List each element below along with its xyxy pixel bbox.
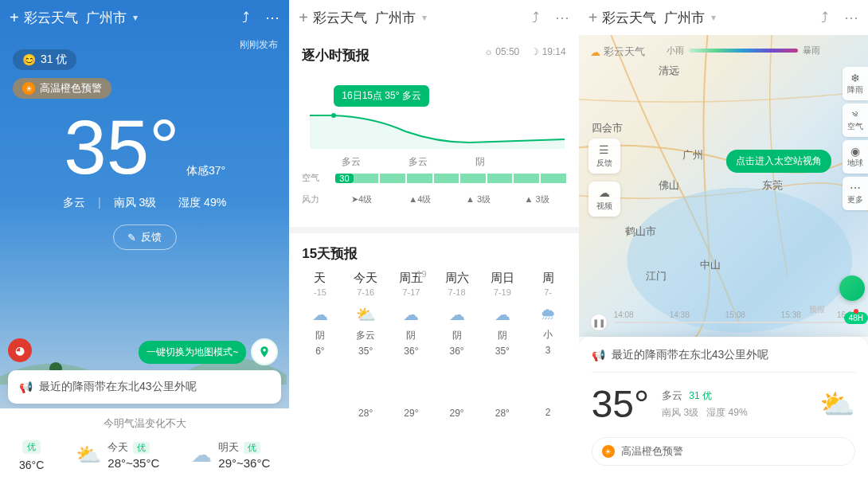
badge-area: 😊 31 优 ☀ 高温橙色预警 bbox=[0, 49, 289, 99]
day-condition: 小 bbox=[525, 328, 570, 342]
map-side-tool-反馈[interactable]: ☰反馈 bbox=[588, 139, 620, 174]
day-label: 周日 bbox=[479, 271, 525, 286]
air-quality-row: 空气 30 bbox=[302, 172, 565, 184]
more-icon[interactable]: ⋯ bbox=[265, 9, 280, 26]
sun-warn-icon: ☀ bbox=[22, 82, 35, 95]
day-label: 周五 bbox=[389, 271, 434, 286]
sheet-temperature: 35° bbox=[592, 382, 650, 426]
map-city-label[interactable]: 鹤山市 bbox=[625, 225, 656, 239]
city-name[interactable]: 广州市 bbox=[86, 9, 127, 27]
map-area[interactable]: ☁ 彩云天气 小雨 暴雨 ❄降雨༄空气◉地球⋯更多 ☰反馈☁视频 点击进入太空站… bbox=[579, 35, 868, 337]
feedback-button[interactable]: ✎ 反馈 bbox=[113, 225, 177, 250]
day-date: 7-18 bbox=[434, 287, 479, 297]
day-low: 28° bbox=[479, 408, 525, 419]
map-pin-icon[interactable] bbox=[251, 338, 278, 365]
tool-icon: ☰ bbox=[590, 143, 619, 156]
alert-dot-icon bbox=[854, 309, 858, 314]
map-city-label[interactable]: 清远 bbox=[659, 64, 679, 78]
timeline-time: 15:38 bbox=[781, 310, 801, 319]
city-name[interactable]: 广州市 bbox=[375, 9, 416, 27]
weather-icon: ☁ bbox=[434, 305, 479, 324]
app-title: 彩云天气 bbox=[602, 9, 656, 27]
city-name[interactable]: 广州市 bbox=[664, 9, 705, 27]
15day-forecast-section: 15天预报 19 天 -15 ☁ 阴 6° 今天 7-16 ⛅ 多云 35° 2… bbox=[289, 233, 578, 419]
tool-icon: ༄ bbox=[844, 108, 866, 121]
map-city-label[interactable]: 江门 bbox=[646, 269, 667, 283]
rain-notice: 📢 最近的降雨带在东北43公里外呢 bbox=[592, 348, 855, 373]
tool-icon: ☁ bbox=[590, 186, 619, 199]
peak-label: 19 bbox=[416, 269, 426, 279]
map-city-label[interactable]: 中山 bbox=[700, 258, 721, 272]
location-icon: ▾ bbox=[133, 12, 138, 23]
day-label: 今天 bbox=[343, 271, 389, 286]
share-icon[interactable]: ⤴ bbox=[532, 10, 539, 26]
add-city-icon[interactable]: + bbox=[588, 9, 598, 27]
forecast-day-col[interactable]: 今天 7-16 ⛅ 多云 35° 28° bbox=[343, 271, 389, 419]
forecast-day-col[interactable]: 周五 7-17 ☁ 阴 36° 29° bbox=[389, 271, 434, 419]
forecast-day-col[interactable]: 周六 7-18 ☁ 阴 36° 29° bbox=[434, 271, 479, 419]
map-tool-空气[interactable]: ༄空气 bbox=[843, 103, 868, 137]
feels-like: 体感37° bbox=[186, 164, 225, 178]
add-city-icon[interactable]: + bbox=[299, 9, 308, 27]
map-city-label[interactable]: 东莞 bbox=[762, 178, 783, 193]
space-station-tip[interactable]: 点击进入太空站视角 bbox=[726, 150, 831, 173]
map-city-label[interactable]: 四会市 bbox=[592, 121, 623, 135]
day-date: -15 bbox=[297, 287, 342, 297]
forecast-detail-pane: + 彩云天气 广州市 ▾ ⤴ ⋯ 逐小时预报 ☼ 05:50 ☽ 19:14 1… bbox=[289, 0, 578, 496]
map-tool-降雨[interactable]: ❄降雨 bbox=[843, 67, 868, 100]
mascot-icon[interactable]: ◕ bbox=[8, 338, 32, 362]
sunset-icon: ☽ 19:14 bbox=[530, 46, 565, 57]
day-high: 35° bbox=[343, 346, 389, 357]
header: + 彩云天气 广州市 ▾ ⤴ ⋯ bbox=[289, 0, 578, 35]
map-roads bbox=[579, 35, 868, 341]
weather-warning-badge[interactable]: ☀ 高温橙色预警 bbox=[13, 78, 111, 99]
48h-badge[interactable]: 48H bbox=[844, 312, 868, 324]
humidity: 湿度 49% bbox=[178, 196, 226, 209]
forecast-day-col[interactable]: 天 -15 ☁ 阴 6° bbox=[297, 271, 342, 419]
sheet-condition: 多云 bbox=[662, 389, 682, 403]
sheet-warning[interactable]: ☀ 高温橙色预警 bbox=[592, 437, 855, 466]
map-city-label[interactable]: 广州 bbox=[682, 148, 703, 162]
weather-bottom-sheet[interactable]: 📢 最近的降雨带在东北43公里外呢 35° 多云 31 优 南风 3级 湿度 4… bbox=[579, 337, 868, 496]
map-mode-tip[interactable]: 一键切换为地图模式~ bbox=[139, 338, 278, 365]
hourly-chart[interactable]: 16日15点 35° 多云 多云 多云 阴 空气 30 风力 ➤4级 ▲4级 ▲… bbox=[302, 80, 565, 216]
app-title: 彩云天气 bbox=[24, 9, 78, 27]
locate-fab[interactable] bbox=[839, 275, 865, 301]
right-toolbar: ❄降雨༄空气◉地球⋯更多 bbox=[843, 67, 868, 210]
more-icon[interactable]: ⋯ bbox=[555, 9, 569, 26]
playback-timeline[interactable]: ❚❚ 预报 14:0814:3815:0815:3816:08 48H bbox=[579, 310, 868, 335]
day-date: 7-19 bbox=[479, 287, 525, 297]
share-icon[interactable]: ⤴ bbox=[242, 10, 249, 26]
today-item[interactable]: ⛅ 今天优 28°~35°C bbox=[76, 440, 159, 470]
location-icon: ▾ bbox=[422, 12, 427, 23]
main-temperature: 35° 体感37° bbox=[0, 103, 289, 191]
forecast-columns[interactable]: 天 -15 ☁ 阴 6° 今天 7-16 ⛅ 多云 35° 28° 周五 7-1… bbox=[297, 271, 570, 419]
share-icon[interactable]: ⤴ bbox=[821, 10, 828, 26]
sheet-aqi: 31 优 bbox=[689, 389, 712, 403]
map-city-label[interactable]: 佛山 bbox=[659, 178, 679, 193]
timeline-track[interactable]: 预报 14:0814:3815:0815:3816:08 48H bbox=[614, 322, 857, 323]
day-condition: 阴 bbox=[297, 329, 342, 342]
weather-icon: ⛅ bbox=[343, 305, 389, 324]
day-label: 天 bbox=[297, 271, 342, 286]
today-card-title: 今明气温变化不大 bbox=[0, 416, 289, 431]
map-tool-更多[interactable]: ⋯更多 bbox=[843, 177, 868, 210]
rain-notice-card[interactable]: 📢 最近的降雨带在东北43公里外呢 bbox=[8, 370, 281, 404]
hourly-tooltip: 16日15点 35° 多云 bbox=[334, 85, 429, 107]
sheet-main-row: 35° 多云 31 优 南风 3级 湿度 49% ⛅ bbox=[592, 382, 855, 426]
weather-icon: 🌧 bbox=[525, 305, 570, 323]
more-icon[interactable]: ⋯ bbox=[844, 9, 858, 26]
day-label: 周六 bbox=[434, 271, 479, 286]
forecast-day-col[interactable]: 周 7- 🌧 小 3 2 bbox=[525, 271, 570, 419]
day-high: 6° bbox=[297, 346, 342, 357]
add-city-icon[interactable]: + bbox=[10, 9, 19, 27]
day-low: 29° bbox=[434, 408, 479, 419]
map-side-tool-视频[interactable]: ☁视频 bbox=[588, 182, 620, 217]
aqi-badge[interactable]: 😊 31 优 bbox=[13, 49, 76, 70]
smile-icon: 😊 bbox=[22, 53, 36, 66]
partly-cloudy-icon: ⛅ bbox=[76, 443, 101, 467]
map-tool-地球[interactable]: ◉地球 bbox=[843, 140, 868, 174]
pause-icon[interactable]: ❚❚ bbox=[590, 314, 608, 331]
forecast-day-col[interactable]: 周日 7-19 ☁ 阴 35° 28° bbox=[479, 271, 525, 419]
tomorrow-item[interactable]: ☁ 明天优 29°~36°C bbox=[191, 440, 270, 470]
